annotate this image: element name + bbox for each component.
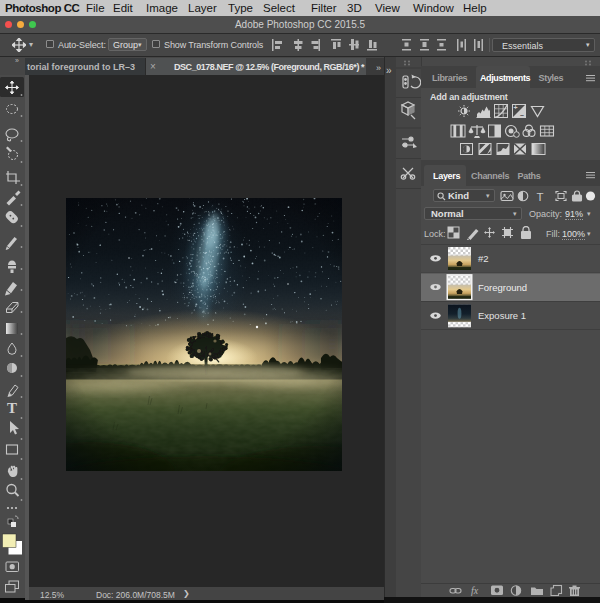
svg-text:T: T [7, 400, 17, 416]
svg-text:#2: #2 [478, 253, 489, 264]
svg-text:Foreground: Foreground [478, 282, 527, 293]
svg-text:+: + [514, 104, 518, 111]
svg-text:fx: fx [471, 585, 479, 596]
svg-text:–: – [520, 111, 524, 118]
svg-text:Exposure 1: Exposure 1 [478, 310, 526, 321]
svg-text:T: T [537, 191, 544, 203]
